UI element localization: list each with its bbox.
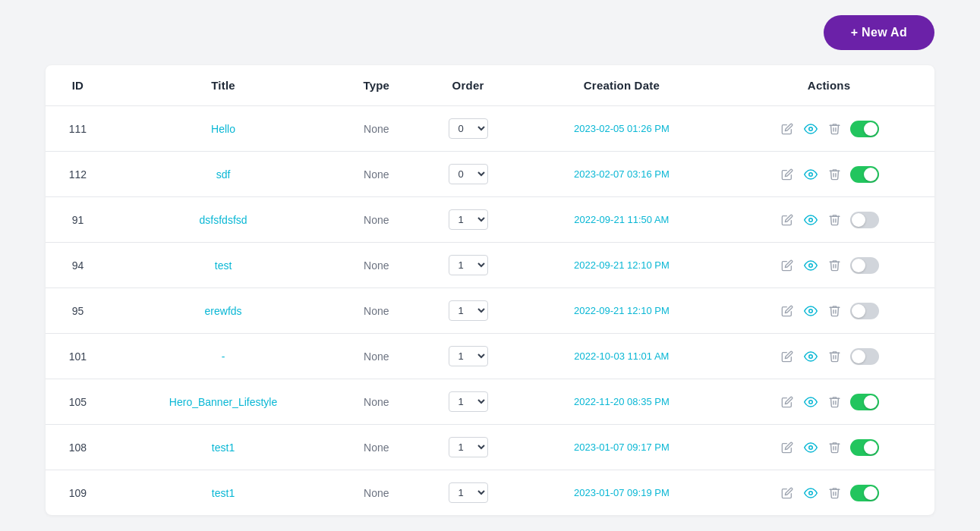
eye-icon bbox=[804, 486, 818, 500]
toggle-knob bbox=[852, 350, 865, 363]
edit-button[interactable] bbox=[780, 394, 795, 410]
order-select[interactable]: 012345 bbox=[449, 346, 488, 366]
cell-type: None bbox=[336, 243, 416, 288]
pencil-icon bbox=[781, 487, 793, 499]
cell-order[interactable]: 012345 bbox=[416, 197, 519, 243]
svg-point-4 bbox=[808, 309, 812, 313]
cell-id: 105 bbox=[46, 379, 110, 425]
toggle-knob bbox=[852, 213, 865, 227]
active-toggle[interactable] bbox=[850, 121, 879, 137]
edit-button[interactable] bbox=[780, 303, 795, 319]
trash-icon bbox=[828, 122, 841, 135]
view-button[interactable] bbox=[802, 485, 819, 501]
order-select[interactable]: 012345 bbox=[449, 437, 488, 457]
eye-icon bbox=[804, 304, 818, 318]
col-header-date: Creation Date bbox=[520, 65, 723, 106]
trash-icon bbox=[828, 304, 841, 317]
cell-actions bbox=[723, 152, 934, 197]
edit-button[interactable] bbox=[780, 485, 795, 501]
cell-actions bbox=[723, 197, 934, 243]
actions-group bbox=[733, 121, 925, 137]
active-toggle[interactable] bbox=[850, 394, 879, 410]
delete-button[interactable] bbox=[827, 485, 843, 501]
delete-button[interactable] bbox=[827, 394, 843, 410]
order-select[interactable]: 012345 bbox=[449, 300, 488, 321]
svg-point-7 bbox=[808, 445, 812, 449]
trash-icon bbox=[828, 395, 841, 408]
view-button[interactable] bbox=[802, 348, 819, 365]
active-toggle[interactable] bbox=[850, 166, 879, 183]
cell-type: None bbox=[336, 197, 416, 243]
edit-button[interactable] bbox=[780, 440, 795, 455]
cell-order[interactable]: 012345 bbox=[416, 243, 519, 288]
pencil-icon bbox=[781, 350, 793, 363]
edit-button[interactable] bbox=[780, 167, 795, 182]
active-toggle[interactable] bbox=[850, 212, 879, 228]
table-row: 105Hero_Banner_LifestyleNone0123452022-1… bbox=[46, 379, 934, 425]
cell-title: test1 bbox=[110, 425, 336, 470]
cell-order[interactable]: 012345 bbox=[416, 106, 519, 152]
cell-title: test bbox=[110, 243, 336, 288]
view-button[interactable] bbox=[802, 212, 819, 228]
pencil-icon bbox=[781, 305, 793, 317]
cell-order[interactable]: 012345 bbox=[416, 379, 519, 425]
delete-button[interactable] bbox=[827, 257, 843, 273]
cell-id: 109 bbox=[46, 470, 110, 516]
active-toggle[interactable] bbox=[850, 257, 879, 274]
order-select[interactable]: 012345 bbox=[449, 118, 488, 139]
actions-group bbox=[733, 394, 925, 410]
delete-button[interactable] bbox=[827, 166, 843, 182]
cell-title: sdf bbox=[110, 152, 336, 197]
table-body: 111HelloNone0123452023-02-05 01:26 PM112… bbox=[46, 106, 934, 516]
delete-button[interactable] bbox=[827, 303, 843, 319]
active-toggle[interactable] bbox=[850, 485, 879, 501]
cell-date: 2023-01-07 09:17 PM bbox=[520, 425, 723, 470]
active-toggle[interactable] bbox=[850, 303, 879, 319]
actions-group bbox=[733, 257, 925, 274]
order-select[interactable]: 012345 bbox=[449, 209, 488, 230]
cell-date: 2022-09-21 12:10 PM bbox=[520, 288, 723, 334]
cell-actions bbox=[723, 470, 934, 516]
order-select[interactable]: 012345 bbox=[449, 164, 488, 184]
cell-order[interactable]: 012345 bbox=[416, 288, 519, 334]
view-button[interactable] bbox=[802, 303, 819, 319]
col-header-id: ID bbox=[46, 65, 110, 106]
order-select[interactable]: 012345 bbox=[449, 482, 488, 503]
cell-order[interactable]: 012345 bbox=[416, 425, 519, 470]
view-button[interactable] bbox=[802, 394, 819, 410]
view-button[interactable] bbox=[802, 121, 819, 137]
trash-icon bbox=[828, 486, 841, 499]
new-ad-button[interactable]: + New Ad bbox=[824, 15, 934, 50]
svg-point-0 bbox=[808, 127, 812, 130]
cell-type: None bbox=[336, 288, 416, 334]
cell-order[interactable]: 012345 bbox=[416, 152, 519, 197]
cell-type: None bbox=[336, 425, 416, 470]
trash-icon bbox=[828, 213, 841, 226]
edit-button[interactable] bbox=[780, 258, 795, 273]
col-header-actions: Actions bbox=[723, 65, 934, 106]
cell-type: None bbox=[336, 106, 416, 152]
order-select[interactable]: 012345 bbox=[449, 391, 488, 412]
order-select[interactable]: 012345 bbox=[449, 255, 488, 275]
view-button[interactable] bbox=[802, 257, 819, 274]
view-button[interactable] bbox=[802, 166, 819, 183]
cell-order[interactable]: 012345 bbox=[416, 470, 519, 516]
delete-button[interactable] bbox=[827, 439, 843, 455]
cell-id: 108 bbox=[46, 425, 110, 470]
delete-button[interactable] bbox=[827, 212, 843, 228]
cell-title: - bbox=[110, 334, 336, 379]
delete-button[interactable] bbox=[827, 348, 843, 364]
edit-button[interactable] bbox=[780, 212, 795, 228]
cell-order[interactable]: 012345 bbox=[416, 334, 519, 379]
cell-id: 101 bbox=[46, 334, 110, 379]
trash-icon bbox=[828, 441, 841, 454]
cell-date: 2022-11-20 08:35 PM bbox=[520, 379, 723, 425]
active-toggle[interactable] bbox=[850, 439, 879, 456]
cell-title: dsfsfdsfsd bbox=[110, 197, 336, 243]
active-toggle[interactable] bbox=[850, 348, 879, 365]
cell-actions bbox=[723, 106, 934, 152]
view-button[interactable] bbox=[802, 439, 819, 456]
delete-button[interactable] bbox=[827, 121, 843, 137]
edit-button[interactable] bbox=[780, 349, 795, 364]
edit-button[interactable] bbox=[780, 121, 795, 137]
